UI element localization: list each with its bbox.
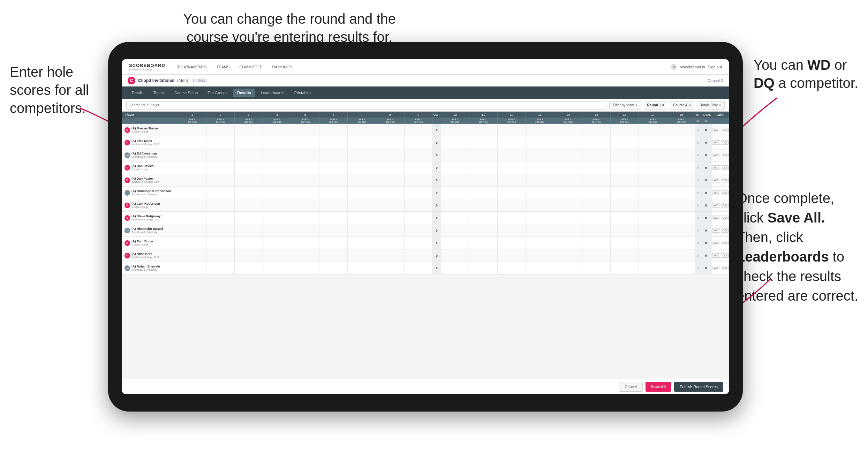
score-cell-hole-17[interactable] (639, 124, 667, 136)
score-input-hole-9[interactable] (405, 174, 432, 186)
score-input-hole-9[interactable] (405, 237, 432, 249)
score-input-hole-5[interactable] (291, 124, 319, 136)
score-input-hole-4[interactable] (263, 187, 291, 199)
score-input-hole-12[interactable] (498, 237, 526, 249)
score-input-hole-18[interactable] (667, 212, 695, 224)
wd-button[interactable]: WD (712, 128, 720, 132)
score-cell-hole-18[interactable] (667, 149, 695, 161)
score-cell-hole-18[interactable] (667, 237, 695, 249)
score-cell-hole-4[interactable] (263, 136, 291, 149)
score-cell-hole-1[interactable] (178, 199, 206, 212)
score-input-hole-2[interactable] (206, 136, 234, 149)
score-cell-hole-16[interactable] (611, 224, 639, 237)
score-cell-hole-9[interactable] (404, 237, 432, 249)
score-cell-hole-5[interactable] (291, 199, 319, 212)
score-cell-hole-1[interactable] (178, 124, 206, 136)
tab-results[interactable]: Results (233, 89, 255, 97)
score-input-hole-5[interactable] (291, 237, 319, 249)
score-cell-hole-2[interactable] (206, 187, 235, 199)
score-input-hole-12[interactable] (498, 149, 526, 161)
score-input-hole-7[interactable] (348, 212, 376, 224)
score-cell-hole-8[interactable] (376, 199, 404, 212)
score-cell-hole-17[interactable] (639, 212, 667, 224)
score-input-hole-13[interactable] (526, 224, 554, 236)
score-cell-hole-13[interactable] (526, 237, 554, 249)
score-cell-hole-17[interactable] (639, 199, 667, 212)
score-cell-hole-18[interactable] (667, 262, 695, 274)
dq-button[interactable]: DQ (721, 165, 729, 170)
score-cell-hole-1[interactable] (178, 187, 206, 199)
score-input-hole-16[interactable] (611, 224, 639, 236)
score-input-hole-18[interactable] (667, 174, 695, 186)
tab-leaderboards[interactable]: Leaderboards (257, 89, 289, 97)
score-input-hole-17[interactable] (639, 136, 667, 149)
score-input-hole-8[interactable] (376, 262, 404, 274)
score-cell-hole-6[interactable] (319, 212, 348, 224)
dq-button[interactable]: DQ (721, 178, 729, 182)
score-cell-hole-16[interactable] (611, 174, 639, 187)
score-cell-hole-12[interactable] (497, 174, 526, 187)
score-cell-hole-5[interactable] (291, 237, 319, 249)
score-input-hole-15[interactable] (582, 237, 610, 249)
score-input-hole-5[interactable] (291, 174, 319, 186)
score-cell-hole-14[interactable] (554, 174, 582, 187)
score-cell-hole-3[interactable] (235, 262, 263, 274)
score-cell-hole-17[interactable] (639, 174, 667, 187)
score-input-hole-8[interactable] (376, 187, 404, 199)
score-cell-hole-11[interactable] (469, 174, 497, 187)
score-cell-hole-9[interactable] (404, 124, 432, 136)
score-input-hole-10[interactable] (441, 136, 469, 149)
score-input-hole-10[interactable] (441, 249, 469, 262)
score-input-hole-9[interactable] (405, 199, 432, 211)
score-input-hole-11[interactable] (469, 262, 497, 274)
score-input-hole-17[interactable] (639, 161, 667, 174)
score-input-hole-18[interactable] (667, 199, 695, 211)
score-input-hole-12[interactable] (498, 212, 526, 224)
score-input-hole-11[interactable] (469, 199, 497, 211)
score-cell-hole-8[interactable] (376, 187, 404, 199)
score-input-hole-17[interactable] (639, 174, 667, 186)
score-cell-hole-10[interactable] (441, 199, 469, 212)
score-input-hole-1[interactable] (178, 149, 206, 161)
score-input-hole-17[interactable] (639, 249, 667, 262)
score-input-hole-1[interactable] (178, 237, 206, 249)
score-cell-hole-9[interactable] (404, 161, 432, 174)
score-cell-hole-5[interactable] (291, 249, 319, 262)
score-cell-hole-2[interactable] (206, 161, 235, 174)
score-cell-hole-14[interactable] (554, 249, 582, 262)
score-cell-hole-1[interactable] (178, 224, 206, 237)
score-cell-hole-2[interactable] (206, 149, 235, 161)
score-input-hole-14[interactable] (554, 187, 582, 199)
score-cell-hole-8[interactable] (376, 174, 404, 187)
score-cell-hole-16[interactable] (611, 149, 639, 161)
score-input-hole-15[interactable] (582, 249, 610, 262)
score-input-hole-13[interactable] (526, 187, 554, 199)
score-cell-hole-2[interactable] (206, 174, 235, 187)
score-cell-hole-8[interactable] (376, 249, 404, 262)
score-input-hole-10[interactable] (441, 124, 469, 136)
score-cell-hole-9[interactable] (404, 149, 432, 161)
score-input-hole-11[interactable] (469, 149, 497, 161)
score-input-hole-18[interactable] (667, 136, 695, 149)
score-input-hole-10[interactable] (441, 161, 469, 174)
score-input-hole-3[interactable] (235, 174, 263, 186)
score-cell-hole-14[interactable] (554, 199, 582, 212)
score-input-hole-16[interactable] (611, 174, 639, 186)
score-cell-hole-6[interactable] (319, 149, 348, 161)
score-input-hole-1[interactable] (178, 249, 206, 262)
score-cell-hole-16[interactable] (611, 199, 639, 212)
score-input-hole-1[interactable] (178, 161, 206, 174)
score-input-hole-12[interactable] (498, 187, 526, 199)
score-input-hole-13[interactable] (526, 136, 554, 149)
score-cell-hole-1[interactable] (178, 161, 206, 174)
score-input-hole-2[interactable] (206, 262, 234, 274)
score-input-hole-5[interactable] (291, 161, 319, 174)
score-cell-hole-16[interactable] (611, 187, 639, 199)
score-cell-hole-4[interactable] (263, 212, 291, 224)
score-cell-hole-17[interactable] (639, 161, 667, 174)
score-cell-hole-2[interactable] (206, 136, 235, 149)
score-cell-hole-8[interactable] (376, 212, 404, 224)
score-cell-hole-4[interactable] (263, 149, 291, 161)
score-cell-hole-10[interactable] (441, 136, 469, 149)
wd-button[interactable]: WD (712, 165, 720, 170)
